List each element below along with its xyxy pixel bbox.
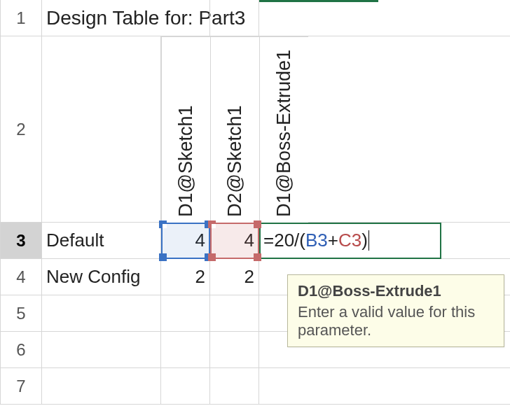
row-header-2[interactable]: 2 xyxy=(0,36,42,223)
config-name-new: New Config xyxy=(46,266,140,288)
cell-A3-config[interactable]: Default xyxy=(42,223,161,259)
formula-suffix: ) xyxy=(361,230,368,251)
row-header-6[interactable]: 6 xyxy=(0,332,42,368)
param-header-d: D1@Boss-Extrude1 xyxy=(273,50,295,217)
cell-D3-formula[interactable]: =20/(B3+C3) xyxy=(259,223,441,259)
row-header-4[interactable]: 4 xyxy=(0,259,42,295)
cell-B5[interactable] xyxy=(161,295,210,332)
col-d-top-accent xyxy=(259,0,378,2)
cell-C6[interactable] xyxy=(210,332,259,368)
cell-B6[interactable] xyxy=(161,332,210,368)
param-header-c: D2@Sketch1 xyxy=(224,106,246,217)
tooltip-title: D1@Boss-Extrude1 xyxy=(298,282,494,300)
text-cursor xyxy=(368,230,369,251)
cell-B2-param[interactable]: D1@Sketch1 xyxy=(161,36,210,223)
cell-A5[interactable] xyxy=(42,295,161,332)
cell-B7[interactable] xyxy=(161,368,210,405)
cell-E2-area[interactable] xyxy=(308,36,510,223)
cell-D7[interactable] xyxy=(259,368,510,405)
tooltip-body: Enter a valid value for this parameter. xyxy=(298,303,494,340)
cell-A6[interactable] xyxy=(42,332,161,368)
cell-D1[interactable] xyxy=(259,0,510,36)
formula-text: =20/(B3+C3) xyxy=(263,230,369,251)
formula-ref1: B3 xyxy=(305,230,328,251)
cell-A2[interactable] xyxy=(42,36,161,223)
formula-prefix: =20/( xyxy=(263,230,305,251)
cell-C1[interactable] xyxy=(210,0,259,36)
cell-E3-area[interactable] xyxy=(441,223,510,259)
cell-B4-value: 2 xyxy=(195,266,205,288)
cell-C3[interactable]: 4 xyxy=(210,223,259,259)
parameter-tooltip: D1@Boss-Extrude1 Enter a valid value for… xyxy=(287,274,504,347)
cell-D2-param[interactable]: D1@Boss-Extrude1 xyxy=(259,36,308,223)
cell-C4[interactable]: 2 xyxy=(210,259,259,295)
cell-C3-value: 4 xyxy=(244,230,254,251)
cell-B4[interactable]: 2 xyxy=(161,259,210,295)
cell-C7[interactable] xyxy=(210,368,259,405)
row-header-5[interactable]: 5 xyxy=(0,295,42,332)
cell-A4-config[interactable]: New Config xyxy=(42,259,161,295)
param-header-b: D1@Sketch1 xyxy=(175,106,197,217)
row-header-3[interactable]: 3 xyxy=(0,223,42,259)
cell-C5[interactable] xyxy=(210,295,259,332)
cell-C4-value: 2 xyxy=(244,266,254,288)
config-name-default: Default xyxy=(46,230,104,251)
row-header-7[interactable]: 7 xyxy=(0,368,42,405)
cell-B3-value: 4 xyxy=(195,230,205,251)
cell-C2-param[interactable]: D2@Sketch1 xyxy=(210,36,259,223)
row-header-1[interactable]: 1 xyxy=(0,0,42,36)
cell-B1[interactable] xyxy=(161,0,210,36)
formula-ref2: C3 xyxy=(338,230,361,251)
cell-A7[interactable] xyxy=(42,368,161,405)
cell-B3[interactable]: 4 xyxy=(161,223,210,259)
spreadsheet[interactable]: 1 2 3 4 5 6 7 Design Table for: Part3 D1… xyxy=(0,0,510,420)
formula-mid: + xyxy=(328,230,338,251)
